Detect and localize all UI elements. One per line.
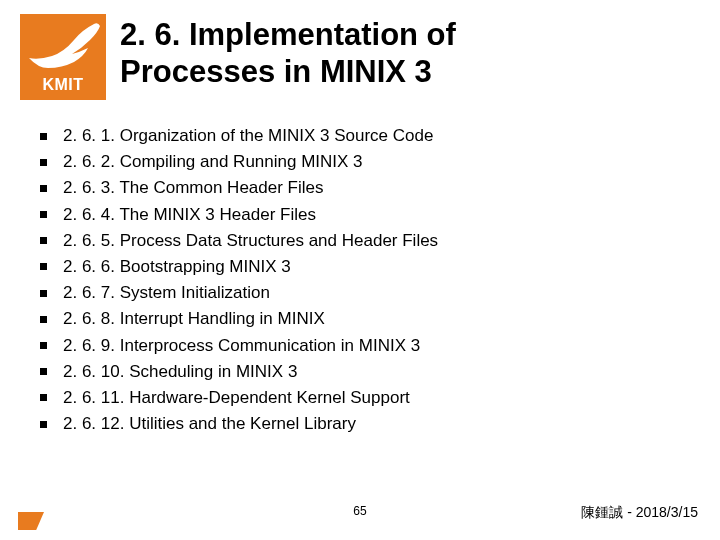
item-text: 2. 6. 2. Compiling and Running MINIX 3 (63, 152, 363, 172)
bullet-icon (40, 237, 47, 244)
footer-sep: - (623, 504, 635, 520)
bird-icon (24, 18, 102, 76)
item-text: 2. 6. 12. Utilities and the Kernel Libra… (63, 414, 356, 434)
item-text: 2. 6. 11. Hardware-Dependent Kernel Supp… (63, 388, 410, 408)
footer-logo-icon (18, 512, 44, 530)
footer-date: 2018/3/15 (636, 504, 698, 520)
bullet-icon (40, 133, 47, 140)
page-number: 65 (353, 504, 366, 518)
bullet-icon (40, 368, 47, 375)
bullet-icon (40, 394, 47, 401)
footer-credit: 陳鍾誠 - 2018/3/15 (581, 504, 698, 522)
slide-header: KMIT 2. 6. Implementation of Processes i… (0, 0, 720, 108)
item-text: 2. 6. 1. Organization of the MINIX 3 Sou… (63, 126, 433, 146)
slide-footer: 65 陳鍾誠 - 2018/3/15 (0, 504, 720, 528)
bullet-icon (40, 211, 47, 218)
list-item: 2. 6. 12. Utilities and the Kernel Libra… (40, 414, 680, 434)
list-item: 2. 6. 4. The MINIX 3 Header Files (40, 205, 680, 225)
title-line-1: 2. 6. Implementation of (120, 17, 456, 52)
page-title: 2. 6. Implementation of Processes in MIN… (120, 14, 456, 90)
list-item: 2. 6. 11. Hardware-Dependent Kernel Supp… (40, 388, 680, 408)
list-item: 2. 6. 3. The Common Header Files (40, 178, 680, 198)
kmit-logo: KMIT (20, 14, 106, 100)
list-item: 2. 6. 5. Process Data Structures and Hea… (40, 231, 680, 251)
item-text: 2. 6. 5. Process Data Structures and Hea… (63, 231, 438, 251)
bullet-icon (40, 421, 47, 428)
list-item: 2. 6. 8. Interrupt Handling in MINIX (40, 309, 680, 329)
bullet-icon (40, 316, 47, 323)
bullet-icon (40, 263, 47, 270)
item-text: 2. 6. 6. Bootstrapping MINIX 3 (63, 257, 291, 277)
outline-list: 2. 6. 1. Organization of the MINIX 3 Sou… (40, 126, 680, 434)
item-text: 2. 6. 7. System Initialization (63, 283, 270, 303)
list-item: 2. 6. 9. Interprocess Communication in M… (40, 336, 680, 356)
bullet-icon (40, 185, 47, 192)
slide-content: 2. 6. 1. Organization of the MINIX 3 Sou… (0, 108, 720, 434)
bullet-icon (40, 342, 47, 349)
list-item: 2. 6. 6. Bootstrapping MINIX 3 (40, 257, 680, 277)
list-item: 2. 6. 2. Compiling and Running MINIX 3 (40, 152, 680, 172)
list-item: 2. 6. 10. Scheduling in MINIX 3 (40, 362, 680, 382)
item-text: 2. 6. 8. Interrupt Handling in MINIX (63, 309, 325, 329)
item-text: 2. 6. 10. Scheduling in MINIX 3 (63, 362, 297, 382)
bullet-icon (40, 159, 47, 166)
list-item: 2. 6. 1. Organization of the MINIX 3 Sou… (40, 126, 680, 146)
item-text: 2. 6. 4. The MINIX 3 Header Files (63, 205, 316, 225)
item-text: 2. 6. 3. The Common Header Files (63, 178, 323, 198)
item-text: 2. 6. 9. Interprocess Communication in M… (63, 336, 420, 356)
logo-text: KMIT (20, 76, 106, 94)
title-line-2: Processes in MINIX 3 (120, 54, 432, 89)
list-item: 2. 6. 7. System Initialization (40, 283, 680, 303)
bullet-icon (40, 290, 47, 297)
author-name: 陳鍾誠 (581, 504, 623, 520)
